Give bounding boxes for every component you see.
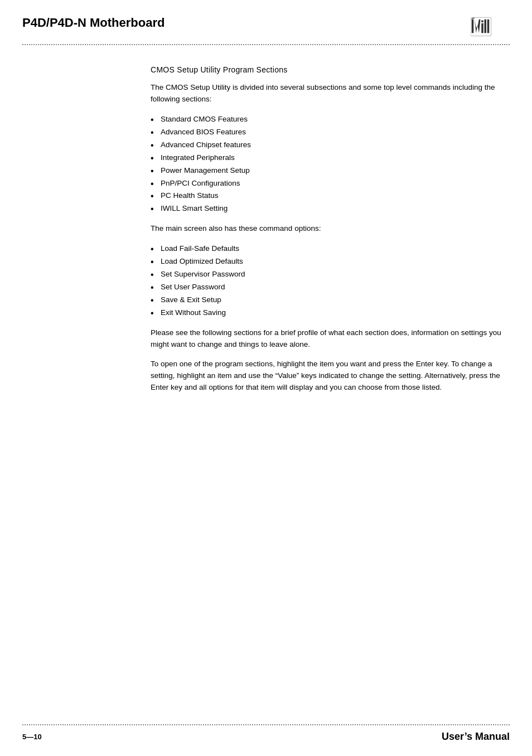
paragraph1: Please see the following sections for a … <box>151 327 510 351</box>
list-item: PnP/PCI Configurations <box>151 177 510 190</box>
footer: 5—10 User’s Manual <box>0 724 532 756</box>
section-title: CMOS Setup Utility Program Sections <box>151 65 510 74</box>
list-item: PC Health Status <box>151 190 510 202</box>
list-item: Advanced Chipset features <box>151 139 510 152</box>
main-content: CMOS Setup Utility Program Sections The … <box>0 45 532 424</box>
list-item: Set User Password <box>151 281 510 294</box>
footer-separator <box>22 724 510 725</box>
svg-rect-2 <box>481 23 483 33</box>
page-title: P4D/P4D-N Motherboard <box>22 16 165 30</box>
list-item: IWILL Smart Setting <box>151 202 510 215</box>
header: P4D/P4D-N Motherboard <box>0 0 532 41</box>
list-item: Load Optimized Defaults <box>151 255 510 268</box>
page-number: 5—10 <box>22 733 42 741</box>
list-item: Power Management Setup <box>151 164 510 177</box>
list-item: Load Fail-Safe Defaults <box>151 243 510 255</box>
manual-title: User’s Manual <box>442 731 510 743</box>
list-item: Exit Without Saving <box>151 307 510 319</box>
iwill-logo <box>471 16 510 41</box>
intro-paragraph: The CMOS Setup Utility is divided into s… <box>151 82 510 105</box>
list-item: Advanced BIOS Features <box>151 126 510 139</box>
paragraph2: To open one of the program sections, hig… <box>151 358 510 394</box>
subsections-list: Standard CMOS Features Advanced BIOS Fea… <box>151 113 510 216</box>
svg-marker-1 <box>475 20 481 33</box>
list-item: Set Supervisor Password <box>151 268 510 281</box>
svg-rect-3 <box>481 21 483 23</box>
logo-container <box>471 16 510 41</box>
footer-content: 5—10 User’s Manual <box>22 731 510 743</box>
svg-rect-5 <box>487 20 490 33</box>
svg-rect-0 <box>472 20 474 33</box>
list-item: Standard CMOS Features <box>151 113 510 126</box>
page: P4D/P4D-N Motherboard <box>0 0 532 756</box>
svg-rect-4 <box>485 20 487 33</box>
list-item: Integrated Peripherals <box>151 152 510 164</box>
list-item: Save & Exit Setup <box>151 294 510 307</box>
commands-intro: The main screen also has these command o… <box>151 223 510 235</box>
commands-list: Load Fail-Safe Defaults Load Optimized D… <box>151 243 510 319</box>
